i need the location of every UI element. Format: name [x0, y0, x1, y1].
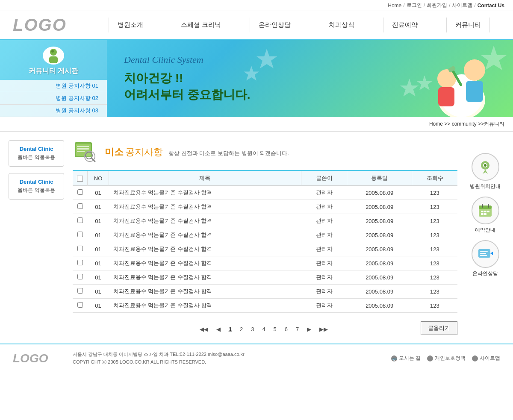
- row-checkbox[interactable]: [77, 260, 83, 265]
- cell-date: 2005.08.09: [347, 242, 412, 256]
- cell-title[interactable]: 치과진료용수 먹는물기준 수질검사 합격: [109, 285, 301, 299]
- page-7[interactable]: 7: [293, 325, 302, 334]
- reservation-label: 예약안내: [475, 226, 495, 234]
- page-1[interactable]: 1: [226, 325, 235, 334]
- page-first[interactable]: ◀◀: [197, 325, 211, 334]
- cell-views: 123: [412, 285, 457, 299]
- svg-rect-29: [484, 213, 486, 215]
- nav-community[interactable]: 커뮤니티: [446, 18, 490, 32]
- svg-rect-28: [481, 213, 484, 215]
- cell-author: 관리자: [301, 299, 347, 313]
- cell-title[interactable]: 치과진료용수 먹는물기준 수질검사 합격: [109, 270, 301, 285]
- page-2[interactable]: 2: [237, 325, 246, 334]
- cell-author: 관리자: [301, 256, 347, 270]
- center-content: 미소 공지사항 항상 친절과 미소로 보답하는 병원이 되겠습니다. NO 제목…: [73, 140, 457, 335]
- main-nav: 병원소개 스페셜 크리닉 온라인상담 치과상식 진료예약 커뮤니티: [98, 18, 500, 32]
- online-consult-btn[interactable]: 온라인상담: [472, 240, 499, 277]
- svg-rect-14: [77, 146, 89, 147]
- row-checkbox[interactable]: [77, 217, 83, 223]
- footer-links: 🚌 오시는 길 개인보호정책 사이트맵: [391, 355, 500, 362]
- col-no: NO: [88, 170, 109, 186]
- cell-author: 관리자: [301, 242, 347, 256]
- nav-consult[interactable]: 온라인상담: [250, 18, 299, 32]
- table-header-row: NO 제목 글쓴이 등록일 조회수: [73, 170, 457, 186]
- cell-cb: [73, 228, 88, 242]
- reservation-btn[interactable]: 예약안내: [472, 197, 499, 234]
- cell-author: 관리자: [301, 200, 347, 214]
- cell-title[interactable]: 치과진료용수 먹는물기준 수질검사 합격: [109, 186, 301, 200]
- cell-date: 2005.08.09: [347, 270, 412, 285]
- page-3[interactable]: 3: [248, 325, 257, 334]
- cell-title[interactable]: 치과진료용수 먹는물기준 수질검사 합격: [109, 242, 301, 256]
- row-checkbox[interactable]: [77, 203, 83, 209]
- logo: LOGO: [13, 15, 98, 35]
- cell-title[interactable]: 치과진료용수 먹는물기준 수질검사 합격: [109, 228, 301, 242]
- sidebar-card-1[interactable]: Dental Clinic 올바른 약물복용: [9, 140, 64, 167]
- cell-cb: [73, 186, 88, 200]
- page-prev[interactable]: ◀: [213, 325, 224, 334]
- cell-no: 01: [88, 242, 109, 256]
- sidebar-card1-sub: 올바른 약물복용: [14, 154, 59, 161]
- cell-views: 123: [412, 228, 457, 242]
- page-next[interactable]: ▶: [304, 325, 314, 334]
- cell-no: 01: [88, 228, 109, 242]
- nav-dental[interactable]: 치과상식: [320, 18, 363, 32]
- hero-subtitle: Dental Clinic System: [124, 54, 496, 65]
- table-row: 01 치과진료용수 먹는물기준 수질검사 합격 관리자 2005.08.09 1…: [73, 214, 457, 228]
- col-date: 등록일: [347, 170, 412, 186]
- svg-text:🚌: 🚌: [392, 356, 397, 361]
- online-consult-icon: [472, 240, 499, 268]
- row-checkbox[interactable]: [77, 274, 83, 279]
- row-checkbox[interactable]: [77, 288, 83, 294]
- topbar-signup[interactable]: 회원가입: [427, 2, 447, 9]
- nav-special[interactable]: 스페셜 크리닉: [172, 18, 230, 32]
- cell-cb: [73, 214, 88, 228]
- topbar-login[interactable]: 로그인: [407, 2, 422, 9]
- cell-no: 01: [88, 299, 109, 313]
- svg-rect-36: [480, 255, 487, 256]
- topbar-sitemap[interactable]: 사이트맵: [452, 2, 472, 9]
- divider4: /: [474, 3, 475, 9]
- svg-rect-16: [77, 151, 85, 152]
- cell-views: 123: [412, 186, 457, 200]
- nav-reservation[interactable]: 진료예약: [383, 18, 426, 32]
- cell-cb: [73, 299, 88, 313]
- row-checkbox[interactable]: [77, 232, 83, 237]
- hospital-location-btn[interactable]: 병원위치안내: [470, 153, 501, 190]
- top-bar: Home / 로그인 / 회원가입 / 사이트맵 / Contact Us: [0, 0, 513, 11]
- nav-about[interactable]: 병원소개: [109, 18, 152, 32]
- header: LOGO 병원소개 스페셜 크리닉 온라인상담 치과상식 진료예약 커뮤니티: [0, 11, 513, 40]
- write-button[interactable]: 글올리기: [421, 321, 457, 335]
- table-row: 01 치과진료용수 먹는물기준 수질검사 합격 관리자 2005.08.09 1…: [73, 186, 457, 200]
- cell-title[interactable]: 치과진료용수 먹는물기준 수질검사 합격: [109, 214, 301, 228]
- cell-title[interactable]: 치과진료용수 먹는물기준 수질검사 합격: [109, 200, 301, 214]
- cell-title[interactable]: 치과진료용수 먹는물기준 수질검사 합격: [109, 299, 301, 313]
- hospital-location-label: 병원위치안내: [470, 183, 501, 190]
- cell-author: 관리자: [301, 186, 347, 200]
- topbar-contact[interactable]: Contact Us: [478, 3, 504, 9]
- right-sidebar: 병원위치안내 예약안내: [466, 140, 504, 335]
- footer-link-privacy[interactable]: 개인보호정책: [427, 355, 466, 362]
- hero-title: 치아건강 !! 어려서부터 중요합니다.: [124, 70, 496, 103]
- table-row: 01 치과진료용수 먹는물기준 수질검사 합격 관리자 2005.08.09 1…: [73, 285, 457, 299]
- row-checkbox[interactable]: [77, 302, 83, 308]
- page-last[interactable]: ▶▶: [316, 325, 331, 334]
- row-checkbox[interactable]: [77, 189, 83, 195]
- cell-author: 관리자: [301, 285, 347, 299]
- cell-title[interactable]: 치과진료용수 먹는물기준 수질검사 합격: [109, 256, 301, 270]
- page-4[interactable]: 4: [259, 325, 268, 334]
- col-checkbox: [73, 170, 88, 186]
- svg-marker-0: [0, 40, 10, 50]
- footer-link-location[interactable]: 🚌 오시는 길: [391, 355, 421, 362]
- row-checkbox[interactable]: [77, 246, 83, 251]
- section-desc: 항상 친절과 미소로 보답하는 병원이 되겠습니다.: [168, 150, 289, 156]
- page-5[interactable]: 5: [271, 325, 280, 334]
- sidebar-card2-sub: 올바른 약물복용: [14, 187, 59, 194]
- page-6[interactable]: 6: [282, 325, 291, 334]
- topbar-home[interactable]: Home: [388, 3, 401, 9]
- cell-date: 2005.08.09: [347, 214, 412, 228]
- hospital-location-icon: [472, 153, 499, 181]
- sidebar-card-2[interactable]: Dental Clinic 올바른 약물복용: [9, 173, 64, 200]
- footer-logo: LOGO: [13, 352, 64, 365]
- footer-link-sitemap[interactable]: 사이트맵: [472, 355, 500, 362]
